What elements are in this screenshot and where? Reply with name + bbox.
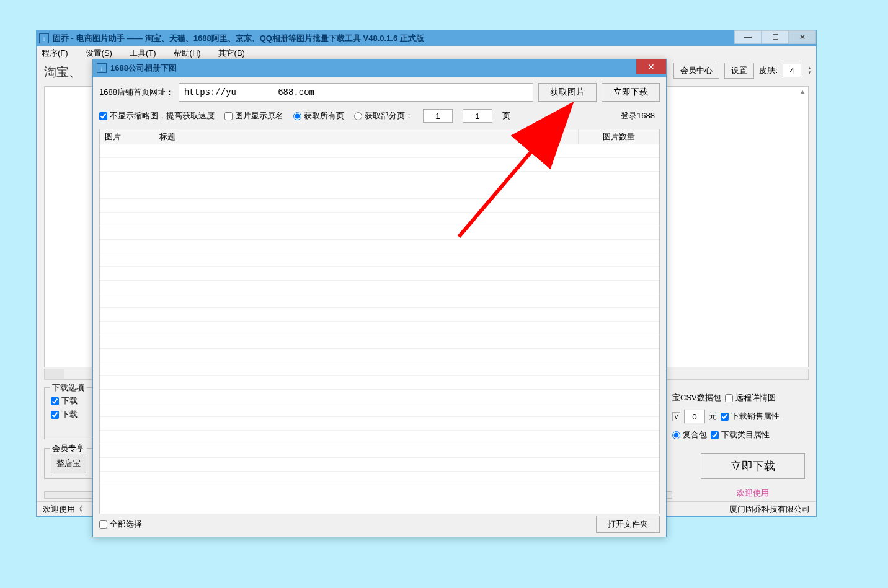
skin-label: 皮肤: — [759, 65, 778, 76]
login-1688-link[interactable]: 登录1688 — [621, 110, 655, 121]
table-row — [100, 431, 659, 444]
table-row — [100, 322, 659, 335]
category-attr-check[interactable]: 下载类目属性 — [711, 429, 770, 441]
table-row — [100, 458, 659, 472]
menu-settings[interactable]: 设置(S) — [86, 48, 112, 59]
settings-button[interactable]: 设置 — [724, 63, 754, 79]
open-folder-button[interactable]: 打开文件夹 — [596, 516, 660, 533]
member-label: 会员专享 — [50, 443, 87, 454]
sales-attr-check[interactable]: 下载销售属性 — [721, 411, 779, 422]
table-row — [100, 390, 659, 403]
price-unit: 元 — [709, 411, 717, 422]
table-row — [100, 185, 659, 199]
scroll-up-icon[interactable]: ▲ — [798, 88, 807, 97]
composite-radio[interactable]: 复合包 — [672, 429, 707, 441]
app-icon: ↓ — [39, 33, 49, 43]
dialog-footer: 全部选择 打开文件夹 — [99, 516, 660, 533]
table-row — [100, 349, 659, 362]
dialog-app-icon: ↓ — [97, 63, 107, 73]
col-title[interactable]: 标题 — [154, 129, 579, 144]
window-controls: — ☐ ✕ — [734, 30, 816, 44]
minimize-button[interactable]: — — [734, 30, 761, 44]
table-row — [100, 294, 659, 308]
url-label: 1688店铺首页网址： — [99, 87, 174, 98]
close-button[interactable]: ✕ — [789, 30, 816, 44]
fetch-partial-radio[interactable]: 获取部分页： — [354, 110, 413, 121]
dialog-title: 1688公司相册下图 — [110, 63, 177, 74]
fetch-images-button[interactable]: 获取图片 — [538, 83, 597, 102]
maximize-button[interactable]: ☐ — [761, 30, 789, 44]
show-original-name-check[interactable]: 图片显示原名 — [224, 110, 283, 121]
table-row — [100, 144, 659, 158]
album-table: 图片 标题 图片数量 — [99, 129, 660, 514]
col-count[interactable]: 图片数量 — [579, 129, 659, 144]
status-left: 欢迎使用《 — [43, 504, 83, 515]
skin-input[interactable] — [783, 64, 801, 77]
url-row: 1688店铺首页网址： 获取图片 立即下载 — [99, 83, 660, 102]
table-row — [100, 417, 659, 431]
col-image[interactable]: 图片 — [100, 129, 154, 144]
main-titlebar: ↓ 固乔 - 电商图片助手 —— 淘宝、天猫、1688阿里、京东、QQ相册等图片… — [37, 30, 816, 46]
table-row — [100, 308, 659, 322]
table-row — [100, 172, 659, 185]
options-row: 不显示缩略图，提高获取速度 图片显示原名 获取所有页 获取部分页： 页 登录16… — [99, 108, 660, 124]
page-to-input[interactable] — [463, 109, 492, 123]
dialog-titlebar: ↓ 1688公司相册下图 ✕ — [93, 59, 666, 77]
table-row — [100, 376, 659, 390]
dialog-body: 1688店铺首页网址： 获取图片 立即下载 不显示缩略图，提高获取速度 图片显示… — [93, 77, 666, 537]
no-thumbnail-check[interactable]: 不显示缩略图，提高获取速度 — [99, 110, 215, 121]
top-right-controls: 会员中心 设置 皮肤: ▲▼ — [673, 63, 812, 79]
whole-store-button[interactable]: 整店宝 — [51, 454, 86, 473]
table-row — [100, 335, 659, 349]
menu-other[interactable]: 其它(B) — [218, 48, 245, 59]
remote-detail-check[interactable]: 远程详情图 — [725, 392, 776, 403]
table-row — [100, 472, 659, 485]
table-row — [100, 213, 659, 226]
right-options: 宝CSV数据包 远程详情图 v 元 下载销售属性 复合包 下载类目属性 — [672, 387, 809, 445]
dialog-close-button[interactable]: ✕ — [636, 59, 666, 74]
table-row — [100, 199, 659, 213]
table-row — [100, 362, 659, 376]
window-title: 固乔 - 电商图片助手 —— 淘宝、天猫、1688阿里、京东、QQ相册等图片批量… — [53, 33, 424, 44]
download-options-label: 下载选项 — [50, 382, 87, 393]
menu-help[interactable]: 帮助(H) — [174, 48, 201, 59]
csv-label: 宝CSV数据包 — [672, 392, 721, 403]
table-row — [100, 158, 659, 172]
page-from-input[interactable] — [423, 109, 453, 123]
fetch-all-radio[interactable]: 获取所有页 — [293, 110, 344, 121]
dropdown-icon[interactable]: v — [672, 412, 680, 421]
menu-bar: 程序(F) 设置(S) 工具(T) 帮助(H) 其它(B) — [37, 46, 816, 60]
table-row — [100, 267, 659, 281]
status-right: 厦门固乔科技有限公司 — [729, 504, 810, 515]
table-row — [100, 281, 659, 294]
table-row — [100, 240, 659, 253]
table-header: 图片 标题 图片数量 — [100, 129, 659, 144]
url-input[interactable] — [179, 83, 533, 102]
price-input[interactable] — [684, 410, 705, 423]
bg-heading: 淘宝、 — [44, 64, 81, 81]
table-row — [100, 253, 659, 267]
table-row — [100, 226, 659, 240]
album-dialog: ↓ 1688公司相册下图 ✕ 1688店铺首页网址： 获取图片 立即下载 不显示… — [92, 59, 667, 537]
table-row — [100, 403, 659, 417]
table-row — [100, 444, 659, 458]
member-center-button[interactable]: 会员中心 — [673, 63, 719, 79]
menu-program[interactable]: 程序(F) — [42, 48, 68, 59]
skin-spinner[interactable]: ▲▼ — [807, 66, 812, 76]
download-now-dialog-button[interactable]: 立即下载 — [602, 83, 660, 102]
download-now-button[interactable]: 立即下载 — [701, 453, 805, 479]
page-unit: 页 — [502, 110, 510, 121]
menu-tools[interactable]: 工具(T) — [130, 48, 156, 59]
select-all-check[interactable]: 全部选择 — [99, 519, 142, 530]
welcome-line-1[interactable]: 欢迎使用 — [701, 488, 805, 499]
